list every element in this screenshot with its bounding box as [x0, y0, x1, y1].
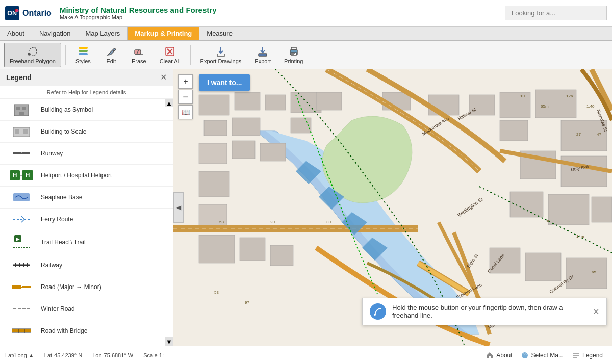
svg-rect-122	[573, 353, 579, 354]
map-area[interactable]: 53 20 30 53 97 10 65m 126 1:40 27 47 30 …	[173, 69, 612, 346]
scale-label: Scale 1:	[143, 352, 164, 358]
erase-button[interactable]: Erase	[126, 43, 152, 67]
edit-label: Edit	[106, 58, 116, 64]
i-want-to-button[interactable]: I want to...	[199, 74, 250, 91]
bottom-nav-select-map[interactable]: Select Ma...	[517, 349, 568, 361]
svg-text:H: H	[13, 172, 17, 179]
svg-rect-15	[259, 54, 267, 56]
clear-all-button[interactable]: Clear All	[154, 43, 186, 67]
svg-rect-85	[270, 245, 293, 266]
list-item: ▶ Trail Head \ Trail	[0, 230, 173, 254]
zoom-out-button[interactable]: −	[178, 90, 193, 104]
legend-close-button[interactable]: ✕	[160, 73, 167, 82]
edit-button[interactable]: Edit	[98, 43, 124, 67]
clear-all-label: Clear All	[160, 58, 181, 64]
winter-road-icon	[6, 301, 37, 317]
svg-rect-124	[573, 357, 577, 358]
building-symbol-icon	[6, 101, 37, 118]
railway-label: Railway	[41, 262, 62, 269]
toolbar-separator-1	[65, 45, 66, 65]
lon-display: Lon 75.6881° W	[92, 352, 133, 358]
printing-button[interactable]: Printing	[278, 43, 309, 67]
tab-map-layers[interactable]: Map Layers	[78, 27, 128, 40]
ferry-route-label: Ferry Route	[41, 216, 73, 223]
export-label: Export	[254, 58, 271, 64]
svg-point-120	[374, 314, 376, 316]
tooltip-close-button[interactable]: ✕	[593, 307, 599, 317]
svg-rect-64	[235, 92, 260, 110]
zoom-in-button[interactable]: +	[178, 74, 193, 89]
svg-rect-26	[15, 129, 19, 134]
bottom-nav: About Select Ma... Legend	[481, 349, 607, 361]
export-button[interactable]: Export	[249, 43, 276, 67]
freehand-polygon-label: Freehand Polygon	[10, 58, 56, 64]
legend-scroll-down[interactable]: ▼	[165, 337, 173, 346]
erase-label: Erase	[132, 58, 146, 64]
svg-rect-77	[500, 120, 528, 141]
ontario-logo: ON 🌺 Ontario	[5, 6, 52, 20]
clear-all-icon	[164, 46, 175, 57]
lat-display: Lat 45.4239° N	[44, 352, 82, 358]
printing-label: Printing	[284, 58, 303, 64]
legend-scroll-up[interactable]: ▲	[165, 99, 173, 107]
ministry-subtitle: Make A Topographic Map	[60, 14, 505, 20]
svg-rect-81	[199, 171, 230, 197]
bottom-nav-legend[interactable]: Legend	[568, 349, 607, 361]
bookmarks-button[interactable]: 📖	[178, 105, 193, 119]
svg-rect-17	[291, 47, 296, 50]
list-item: Seaplane Base	[0, 187, 173, 209]
styles-button[interactable]: Styles	[70, 43, 96, 67]
ministry-title: Ministry of Natural Resources and Forest…	[60, 6, 505, 14]
svg-text:65m: 65m	[541, 104, 549, 109]
lat-label: Lat	[44, 352, 52, 358]
tab-measure[interactable]: Measure	[199, 27, 240, 40]
legend-collapse-button[interactable]: ◀	[173, 192, 184, 223]
building-scale-icon	[6, 123, 37, 140]
printing-icon	[288, 46, 299, 57]
railway-icon	[6, 257, 37, 273]
coordinate-display: Lat/Long ▲	[5, 352, 34, 358]
svg-rect-7	[79, 47, 88, 49]
trailhead-label: Trail Head \ Trail	[41, 239, 86, 246]
svg-text:30: 30	[546, 219, 550, 223]
edit-icon	[106, 46, 117, 57]
road-major-minor-label: Road (Major → Minor)	[41, 283, 101, 291]
export-icon	[257, 46, 268, 57]
heliport-icon: H H	[6, 167, 37, 184]
svg-rect-71	[260, 143, 286, 161]
svg-text:53: 53	[214, 290, 219, 295]
legend-help-text: Refer to Help for Legend details	[0, 86, 173, 99]
styles-icon	[78, 46, 89, 57]
svg-rect-24	[19, 112, 24, 116]
search-input[interactable]	[505, 6, 607, 20]
export-drawings-button[interactable]: Export Drawings	[195, 43, 247, 67]
svg-rect-93	[566, 258, 607, 289]
nav-tabs: About Navigation Map Layers Markup & Pri…	[0, 27, 612, 41]
tab-markup-printing[interactable]: Markup & Printing	[128, 27, 199, 40]
export-drawings-label: Export Drawings	[200, 58, 242, 64]
tab-navigation[interactable]: Navigation	[32, 27, 78, 40]
svg-text:47: 47	[597, 132, 601, 137]
legend-scroll-area[interactable]: ▲ Building as Symbol	[0, 99, 173, 346]
toolbar: Freehand Polygon Styles Edit Erase	[0, 41, 612, 69]
legend-title: Legend	[6, 73, 32, 82]
legend-panel: Legend ✕ Refer to Help for Legend detail…	[0, 69, 173, 346]
svg-point-121	[522, 352, 528, 358]
svg-point-4	[28, 53, 30, 55]
svg-rect-67	[265, 95, 286, 110]
svg-rect-65	[204, 120, 227, 136]
runway-label: Runway	[41, 150, 63, 157]
map-controls: + − 📖	[178, 74, 193, 119]
svg-rect-73	[316, 92, 342, 110]
erase-icon	[133, 46, 144, 57]
tooltip-draw-icon	[370, 303, 386, 320]
ontario-trillium-icon: ON 🌺	[5, 6, 19, 20]
svg-text:H: H	[26, 172, 30, 179]
list-item: Road (Major → Minor)	[0, 276, 173, 298]
svg-rect-27	[23, 129, 28, 134]
freehand-polygon-button[interactable]: Freehand Polygon	[4, 43, 61, 67]
svg-rect-22	[16, 107, 20, 110]
header: ON 🌺 Ontario Ministry of Natural Resourc…	[0, 0, 612, 27]
bottom-nav-about[interactable]: About	[481, 349, 516, 361]
tab-about[interactable]: About	[0, 27, 32, 40]
